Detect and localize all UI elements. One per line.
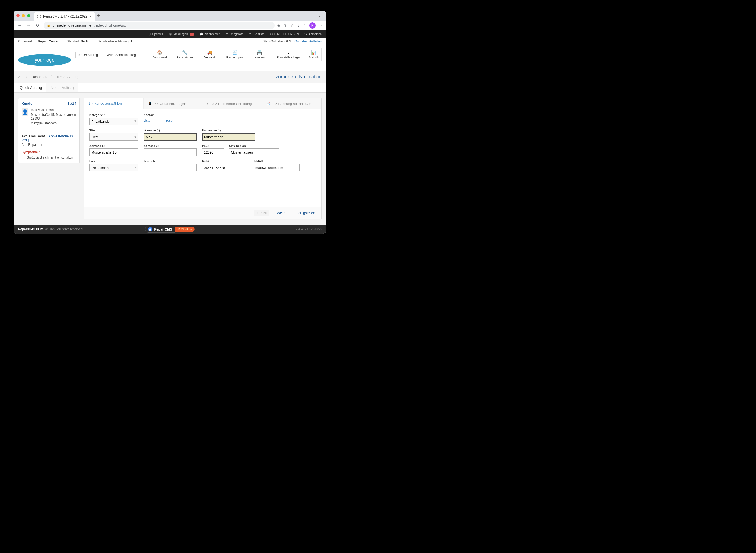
tab-quick-order[interactable]: Quick Auftrag: [15, 83, 46, 92]
header-row: your logo Neuer Auftrag Neuer Schnellauf…: [14, 45, 326, 71]
symptom-item: - Gerät lässt sich nicht einschalten: [25, 156, 76, 159]
list-icon: ≡: [249, 32, 251, 35]
close-window-button[interactable]: [16, 14, 20, 17]
new-quick-order-button[interactable]: Neuer Schnellauftrag: [103, 52, 139, 59]
wizard-panel: 1 > Kunde auswählen 📱2 > Gerät hinzufüge…: [84, 98, 322, 219]
label-landline: Festnetz :: [144, 160, 197, 163]
browser-tab[interactable]: RepairCMS 2.4.4 - (21.12.2022 ×: [34, 12, 95, 21]
address2-input[interactable]: [144, 149, 197, 156]
nav-dashboard[interactable]: 🏠Dashboard: [148, 48, 172, 61]
label-address2: Adresse 2 :: [144, 144, 197, 147]
chat-icon: 💬: [200, 32, 203, 36]
label-title: Titel :: [89, 129, 138, 132]
firstname-input[interactable]: [144, 133, 197, 141]
close-tab-icon[interactable]: ×: [89, 14, 92, 19]
footer-brand[interactable]: RepairCMS.COM: [18, 227, 43, 231]
messages-link[interactable]: 💬Nachrichten: [200, 32, 220, 36]
panel-icon[interactable]: ▯: [303, 23, 305, 28]
music-icon[interactable]: ♪: [298, 23, 300, 28]
notifications-badge: 0: [190, 33, 194, 35]
invoice-icon: 🧾: [232, 50, 237, 55]
step-add-device[interactable]: 📱2 > Gerät hinzufügen: [144, 98, 203, 109]
address1-input[interactable]: [89, 149, 138, 156]
bookmark-icon[interactable]: ☆: [291, 23, 294, 28]
forward-button[interactable]: →: [25, 22, 32, 29]
lastname-input[interactable]: [202, 133, 255, 141]
minimize-window-button[interactable]: [22, 14, 25, 17]
customer-address: Musterstraße 15, Musterhausen 12393: [31, 113, 76, 120]
wizard-next-button[interactable]: Weiter: [275, 210, 289, 217]
label-country: Land :: [89, 160, 138, 163]
share-icon[interactable]: ⇧: [284, 23, 287, 28]
home-icon: 🏠: [157, 50, 163, 55]
back-button[interactable]: ←: [16, 22, 23, 29]
step-problem-desc[interactable]: 🏷3 > Problembeschreibung: [203, 98, 262, 109]
label-zip: PLZ :: [202, 144, 224, 147]
logout-link[interactable]: ↪Abmelden: [304, 32, 322, 36]
landline-input[interactable]: [144, 164, 197, 171]
logo-icon: ◉: [148, 227, 152, 231]
new-order-button[interactable]: Neuer Auftrag: [75, 52, 101, 59]
nav-repairs[interactable]: 🔧Reparaturen: [173, 48, 196, 61]
tab-menu-chevron-icon[interactable]: ⌄: [316, 13, 323, 18]
gear-icon: ⚙: [270, 32, 273, 36]
nav-parts[interactable]: 🗄Ersatzteile / Lager: [273, 48, 304, 61]
back-to-nav-link[interactable]: zurück zur Navigation: [276, 74, 322, 80]
nav-shipping[interactable]: 🚚Versand: [198, 48, 221, 61]
title-select[interactable]: Herr: [89, 133, 138, 141]
wizard-steps: 1 > Kunde auswählen 📱2 > Gerät hinzufüge…: [84, 98, 321, 109]
profile-avatar[interactable]: K: [309, 22, 316, 29]
sms-balance: SMS-Guthaben: 0.3: [263, 40, 291, 43]
email-input[interactable]: [254, 164, 300, 171]
contact-reset-link[interactable]: reset: [166, 119, 173, 123]
mobile-input[interactable]: [202, 164, 248, 171]
reload-button[interactable]: ⟳: [34, 22, 41, 29]
settings-link[interactable]: ⚙EINSTELLUNGEN: [270, 32, 299, 36]
label-email: E-MAIL :: [254, 160, 300, 163]
page-tabs: Quick Auftrag Neuer Auftrag: [14, 83, 326, 93]
wizard-finish-button[interactable]: Fertigstellen: [294, 210, 317, 217]
device-heading: Aktuelles Gerät: [21, 134, 45, 138]
maximize-window-button[interactable]: [27, 14, 30, 17]
tab-title: RepairCMS 2.4.4 - (21.12.2022: [43, 15, 87, 18]
customer-form: Kategorie : Privatkunde Kontakt : Liste …: [84, 109, 321, 207]
kebab-menu-icon[interactable]: ⋮: [319, 23, 323, 28]
logout-icon: ↪: [304, 32, 307, 36]
device-type: Art : Reparatur: [21, 143, 76, 147]
notifications-link[interactable]: ⓘMeldungen0: [169, 32, 194, 36]
nav-customers[interactable]: 📇Kunden: [248, 48, 271, 61]
category-select[interactable]: Privatkunde: [89, 118, 138, 125]
info-icon: ⓘ: [169, 32, 172, 36]
nav-invoices[interactable]: 🧾Rechnungen: [223, 48, 246, 61]
city-input[interactable]: [229, 149, 279, 156]
label-city: Ort / Region :: [229, 144, 279, 147]
zip-input[interactable]: [202, 149, 224, 156]
label-contact: Kontakt :: [144, 113, 173, 116]
home-icon[interactable]: ⌂: [18, 75, 20, 79]
crumb-current: Neuer Auftrag: [57, 75, 78, 79]
country-select[interactable]: Deutschland: [89, 164, 138, 171]
updates-link[interactable]: ⓘUpdates: [148, 32, 163, 36]
location-icon[interactable]: ⎈: [277, 23, 280, 28]
footer-logo: ◉RepairCMS R.©Edition: [145, 226, 195, 233]
new-tab-button[interactable]: +: [95, 13, 102, 19]
contacts-icon: 📇: [257, 50, 262, 55]
contact-list-link[interactable]: Liste: [144, 119, 150, 123]
side-panel: Kunde[ #1 ] 👤 Max Mustermann Musterstraß…: [18, 98, 80, 219]
location-info: Standort: Berlin: [67, 40, 89, 43]
browser-tab-bar: RepairCMS 2.4.4 - (21.12.2022 × + ⌄: [14, 11, 326, 21]
nav-stats[interactable]: 📊Statistik: [306, 48, 322, 61]
tab-new-order[interactable]: Neuer Auftrag: [46, 83, 78, 92]
step-select-customer[interactable]: 1 > Kunde auswählen: [84, 98, 144, 109]
crumb-dashboard[interactable]: Dashboard: [31, 75, 49, 79]
address-bar: ← → ⟳ 🔒 onlinedemo.repaircms.net/index.p…: [14, 21, 326, 30]
label-mobile: Mobil :: [202, 160, 248, 163]
pricelist-link[interactable]: ≡Preisliste: [249, 32, 264, 35]
step-finish-booking[interactable]: 📑4 > Buchung abschließen: [262, 98, 322, 109]
topup-link[interactable]: Guthaben Aufladen: [294, 40, 322, 43]
url-input[interactable]: 🔒 onlinedemo.repaircms.net/index.php/hom…: [43, 22, 275, 29]
customer-number: [ #1 ]: [68, 101, 76, 105]
browser-actions: ⎈ ⇧ ☆ ♪ ▯ K ⋮: [277, 22, 323, 29]
loan-devices-link[interactable]: ≡Leihgeräte: [226, 32, 243, 35]
browser-window: RepairCMS 2.4.4 - (21.12.2022 × + ⌄ ← → …: [14, 11, 326, 234]
